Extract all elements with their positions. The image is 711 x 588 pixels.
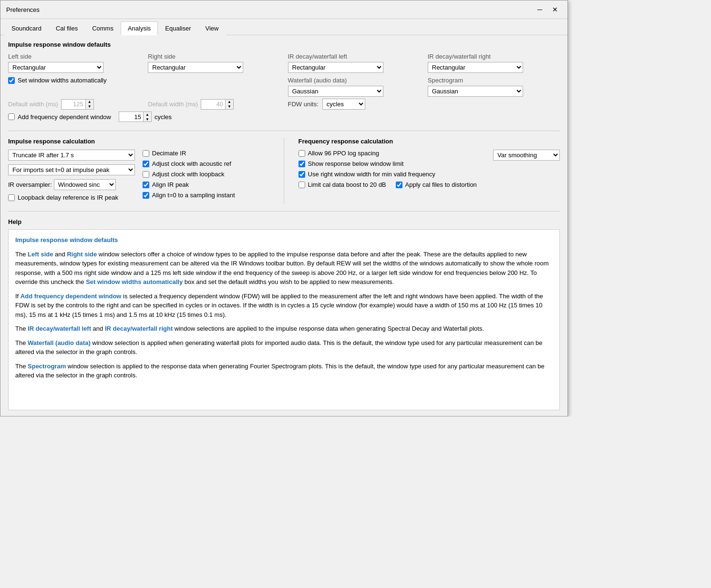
fdw-cycles-label: cycles <box>155 113 172 121</box>
help-section: Help Impulse response window defaults Th… <box>8 218 560 410</box>
add-fdw-checkbox-row: Add frequency dependent window <box>8 113 111 121</box>
preferences-window: Preferences ─ ✕ Soundcard Cal files Comm… <box>0 0 568 416</box>
left-width-area: Default width (ms) ▲ ▼ <box>8 99 140 110</box>
ir-window-defaults-section: Impulse response window defaults Left si… <box>8 41 560 122</box>
window-selectors-grid: Left side Rectangular Hann Hamming Black… <box>8 53 560 73</box>
limit-cal-row: Limit cal data boost to 20 dB <box>299 181 386 188</box>
waterfall-col: Waterfall (audio data) Rectangular Gauss… <box>288 77 420 97</box>
tab-calfiles[interactable]: Cal files <box>49 21 85 35</box>
fdw-units-select[interactable]: cycles octaves <box>322 99 365 110</box>
help-p5: The Spectrogram window selection is appl… <box>15 362 553 380</box>
truncate-row: Truncate IR after 1.7 s Truncate IR afte… <box>8 150 135 161</box>
apply-cal-checkbox[interactable] <box>396 182 402 188</box>
divider-2 <box>8 211 560 212</box>
left-side-label: Left side <box>8 53 140 60</box>
set-window-auto-checkbox[interactable] <box>8 77 15 84</box>
help-p2: If Add frequency dependent window is sel… <box>15 292 553 320</box>
freq-resp-panel: Frequency response calculation Allow 96 … <box>284 138 560 204</box>
waterfall-label: Waterfall (audio data) <box>288 77 420 84</box>
allow-96ppo-row: Allow 96 PPO log spacing <box>299 150 489 157</box>
adjust-loopback-checkbox[interactable] <box>143 171 149 178</box>
ir-window-defaults-title: Impulse response window defaults <box>8 41 560 48</box>
spectrogram-help-link[interactable]: Spectrogram <box>28 363 66 370</box>
align-ir-row: Align IR peak <box>143 181 269 188</box>
ir-decay-left-help-link[interactable]: IR decay/waterfall left <box>28 325 91 332</box>
ir-decay-right-help-link[interactable]: IR decay/waterfall right <box>105 325 173 332</box>
ir-decay-right-col: IR decay/waterfall right Rectangular Han… <box>428 53 560 73</box>
adjust-clock-label: Adjust clock with acoustic ref <box>152 160 231 167</box>
help-title: Help <box>8 218 560 225</box>
left-width-up-btn[interactable]: ▲ <box>86 100 93 104</box>
left-width-label: Default width (ms) <box>8 101 58 108</box>
ir-decay-left-select[interactable]: Rectangular Hann <box>288 62 383 73</box>
tab-analysis[interactable]: Analysis <box>121 21 158 35</box>
left-side-link[interactable]: Left side <box>28 251 53 258</box>
use-right-window-row: Use right window width for min valid fre… <box>299 171 489 178</box>
spectrogram-select[interactable]: Rectangular Gaussian <box>428 86 523 97</box>
tab-soundcard[interactable]: Soundcard <box>4 21 49 35</box>
fdw-value-up-btn[interactable]: ▲ <box>144 112 151 117</box>
ir-calc-grid: Truncate IR after 1.7 s Truncate IR afte… <box>8 150 269 204</box>
right-width-down-btn[interactable]: ▼ <box>226 104 233 109</box>
freq-resp-title: Frequency response calculation <box>299 138 560 145</box>
left-side-col: Left side Rectangular Hann Hamming Black… <box>8 53 140 73</box>
spectrogram-col: Spectrogram Rectangular Gaussian <box>428 77 560 97</box>
fdw-row: Add frequency dependent window ▲ ▼ cycle… <box>8 112 560 122</box>
align-ir-checkbox[interactable] <box>143 182 149 188</box>
ir-decay-left-label: IR decay/waterfall left <box>288 53 420 60</box>
add-fdw-help-link[interactable]: Add frequency dependent window <box>21 293 122 300</box>
decimate-row: Decimate IR <box>143 150 269 157</box>
right-side-label: Right side <box>148 53 280 60</box>
close-button[interactable]: ✕ <box>548 4 562 15</box>
default-widths-row: Default width (ms) ▲ ▼ Default width (ms… <box>8 99 560 110</box>
oversampler-select[interactable]: Windowed sinc None <box>54 179 116 190</box>
window-title: Preferences <box>6 6 40 13</box>
calc-section: Impulse response calculation Truncate IR… <box>8 138 560 204</box>
help-p3: The IR decay/waterfall left and IR decay… <box>15 324 553 334</box>
limit-cal-checkbox[interactable] <box>299 182 305 188</box>
show-below-row: Show response below window limit <box>299 160 489 167</box>
left-width-down-btn[interactable]: ▼ <box>86 104 93 109</box>
minimize-button[interactable]: ─ <box>533 4 546 15</box>
left-side-select[interactable]: Rectangular Hann Hamming Blackman Gaussi… <box>8 62 103 73</box>
imports-select[interactable]: For imports set t=0 at impulse peak For … <box>8 164 135 175</box>
adjust-clock-checkbox[interactable] <box>143 161 149 167</box>
allow-96ppo-checkbox[interactable] <box>299 150 305 157</box>
use-right-window-checkbox[interactable] <box>299 171 305 178</box>
apply-cal-row: Apply cal files to distortion <box>396 181 477 188</box>
right-side-select[interactable]: Rectangular Hann <box>148 62 243 73</box>
right-width-spinbox: ▲ ▼ <box>201 99 234 110</box>
right-width-input[interactable] <box>201 100 225 109</box>
show-below-checkbox[interactable] <box>299 161 305 167</box>
oversampler-label: IR oversampler: <box>8 181 52 188</box>
set-window-auto-help-link[interactable]: Set window widths automatically <box>86 278 183 285</box>
right-width-up-btn[interactable]: ▲ <box>226 100 233 104</box>
tab-equaliser[interactable]: Equaliser <box>158 21 198 35</box>
waterfall-select[interactable]: Rectangular Gaussian <box>288 86 383 97</box>
ir-calc-title: Impulse response calculation <box>8 138 269 145</box>
tab-bar: Soundcard Cal files Comms Analysis Equal… <box>0 19 567 35</box>
tab-view[interactable]: View <box>198 21 226 35</box>
fdw-units-area: FDW units: cycles octaves <box>288 99 560 110</box>
ir-decay-right-select[interactable]: Rectangular Hann <box>428 62 523 73</box>
align-t0-checkbox[interactable] <box>143 192 149 199</box>
show-below-label: Show response below window limit <box>308 160 404 167</box>
right-side-link[interactable]: Right side <box>67 251 97 258</box>
left-width-input[interactable] <box>62 100 85 109</box>
fdw-value-input[interactable] <box>119 112 143 122</box>
align-t0-label: Align t=0 to a sampling instant <box>152 192 235 199</box>
decimate-checkbox[interactable] <box>143 150 149 157</box>
align-t0-row: Align t=0 to a sampling instant <box>143 192 269 199</box>
add-fdw-checkbox[interactable] <box>8 113 15 120</box>
spectrogram-label: Spectrogram <box>428 77 560 84</box>
help-box[interactable]: Impulse response window defaults The Lef… <box>8 229 560 410</box>
left-width-spinbox: ▲ ▼ <box>61 99 94 110</box>
tab-comms[interactable]: Comms <box>85 21 121 35</box>
fdw-value-spinbox: ▲ ▼ <box>119 112 152 122</box>
waterfall-help-link[interactable]: Waterfall (audio data) <box>28 339 91 346</box>
var-smoothing-select[interactable]: Var smoothing 1/1 oct 1/3 oct 1/6 oct 1/… <box>493 150 560 161</box>
fdw-units-label: FDW units: <box>288 101 319 108</box>
fdw-value-down-btn[interactable]: ▼ <box>144 117 151 122</box>
loopback-checkbox[interactable] <box>8 194 15 201</box>
truncate-select[interactable]: Truncate IR after 1.7 s Truncate IR afte… <box>8 150 135 161</box>
